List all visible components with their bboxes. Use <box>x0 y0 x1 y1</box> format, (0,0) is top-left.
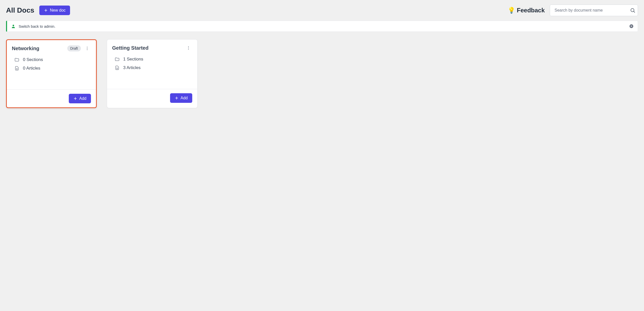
search-wrap <box>550 5 638 16</box>
new-doc-label: New doc <box>50 8 66 13</box>
page-header: All Docs New doc 💡 Feedback <box>0 0 644 21</box>
svg-point-13 <box>188 46 189 47</box>
articles-stat: 0 Articles <box>14 66 88 71</box>
svg-line-3 <box>634 11 635 12</box>
search-input[interactable] <box>550 5 638 16</box>
add-label: Add <box>79 96 86 101</box>
sections-count: 1 Sections <box>123 57 143 62</box>
alert-close-button[interactable] <box>629 24 634 28</box>
articles-count: 3 Articles <box>123 65 141 70</box>
card-body: 1 Sections 3 Articles <box>107 54 197 89</box>
doc-card-getting-started[interactable]: Getting Started 1 Sections 3 Articles Ad… <box>107 39 198 108</box>
folder-icon <box>14 57 19 62</box>
sections-stat: 0 Sections <box>14 57 88 62</box>
lightbulb-icon: 💡 <box>508 7 515 14</box>
admin-switch-alert: Switch back to admin. <box>6 21 638 32</box>
card-footer: Add <box>7 89 96 107</box>
svg-point-4 <box>13 25 14 26</box>
card-header: Networking Draft <box>7 40 96 54</box>
doc-cards-row: Networking Draft 0 Sections 0 Articles A… <box>0 32 644 116</box>
add-button[interactable]: Add <box>69 94 91 103</box>
add-label: Add <box>181 96 188 100</box>
plus-icon <box>44 8 48 12</box>
document-icon <box>115 65 120 70</box>
new-doc-button[interactable]: New doc <box>39 6 70 15</box>
user-icon <box>11 24 16 28</box>
svg-point-14 <box>188 48 189 48</box>
svg-point-7 <box>87 48 88 49</box>
card-menu-button[interactable] <box>185 45 192 51</box>
sections-count: 0 Sections <box>23 57 43 62</box>
search-icon <box>630 8 635 13</box>
search-button[interactable] <box>630 8 635 13</box>
svg-point-6 <box>87 47 88 47</box>
more-vertical-icon <box>85 46 89 51</box>
plus-icon <box>73 97 77 101</box>
plus-icon <box>175 96 179 100</box>
card-header: Getting Started <box>107 40 197 54</box>
articles-stat: 3 Articles <box>115 65 190 70</box>
card-menu-button[interactable] <box>83 45 91 52</box>
status-badge: Draft <box>67 45 81 51</box>
card-title: Networking <box>12 46 65 51</box>
more-vertical-icon <box>186 46 191 50</box>
articles-count: 0 Articles <box>23 66 40 71</box>
svg-point-15 <box>188 49 189 50</box>
page-title: All Docs <box>6 6 34 14</box>
feedback-link[interactable]: 💡 Feedback <box>508 7 545 14</box>
doc-card-networking[interactable]: Networking Draft 0 Sections 0 Articles A… <box>6 39 97 108</box>
alert-text: Switch back to admin. <box>19 24 626 28</box>
svg-point-2 <box>631 9 634 12</box>
card-footer: Add <box>107 89 197 107</box>
card-body: 0 Sections 0 Articles <box>7 54 96 89</box>
folder-icon <box>115 57 120 62</box>
add-button[interactable]: Add <box>170 93 192 103</box>
feedback-label: Feedback <box>517 7 545 14</box>
close-icon <box>629 24 634 28</box>
svg-point-8 <box>87 49 88 50</box>
card-title: Getting Started <box>112 45 182 51</box>
document-icon <box>14 66 19 71</box>
sections-stat: 1 Sections <box>115 57 190 62</box>
